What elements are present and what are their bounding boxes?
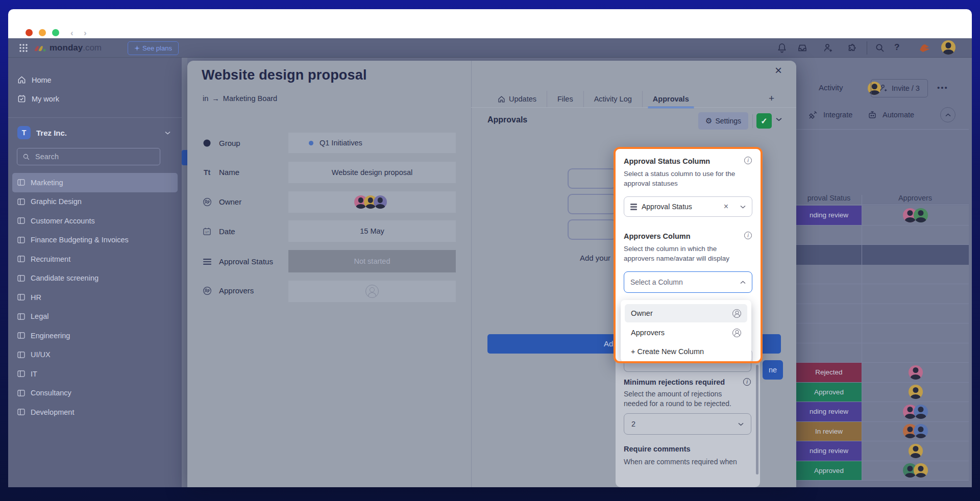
create-new-column-option[interactable]: + Create New Column [625, 343, 747, 360]
back-arrow-icon[interactable]: ‹ [70, 28, 74, 38]
table-row[interactable]: nding review [796, 206, 969, 226]
approvers-cell[interactable] [862, 402, 969, 421]
done-button-fragment[interactable]: ne [763, 360, 783, 380]
approval-status-value[interactable]: Not started [288, 250, 456, 272]
table-row[interactable]: Approved [796, 383, 969, 403]
status-cell[interactable]: nding review [796, 402, 862, 421]
traffic-light-zoom[interactable] [52, 29, 59, 36]
status-cell[interactable]: nding review [796, 441, 862, 461]
forward-arrow-icon[interactable]: › [84, 28, 87, 38]
help-icon[interactable]: ? [894, 42, 899, 53]
table-row[interactable]: nding review [796, 402, 969, 422]
status-cell[interactable] [796, 226, 862, 245]
sidebar-board-item[interactable]: Customer Accounts [12, 211, 178, 231]
status-cell[interactable] [796, 343, 862, 363]
sidebar-board-item[interactable]: Candidate screening [12, 269, 178, 288]
status-cell[interactable]: Rejected [796, 363, 862, 382]
table-row[interactable] [796, 304, 969, 324]
table-row[interactable] [796, 323, 969, 343]
status-cell[interactable]: Approved [796, 461, 862, 481]
status-cell[interactable] [796, 245, 862, 265]
chevron-down-icon[interactable] [740, 205, 746, 209]
status-cell[interactable]: nding review [796, 206, 862, 225]
approvers-cell[interactable] [862, 265, 969, 284]
name-value[interactable]: Website design proposal [288, 162, 456, 183]
automate-button[interactable]: Automate [868, 110, 914, 119]
sidebar-board-item[interactable]: Recruitment [12, 249, 178, 269]
owner-value[interactable] [288, 191, 456, 213]
status-cell[interactable] [796, 304, 862, 323]
dropdown-option[interactable]: Owner [625, 304, 747, 322]
column-header-approvers[interactable]: Approvers [862, 194, 969, 202]
table-row[interactable]: nding review [796, 441, 969, 461]
sidebar-board-item[interactable]: Marketing [12, 173, 178, 192]
info-icon[interactable]: i [744, 232, 752, 239]
table-row[interactable]: Rejected [796, 363, 969, 383]
approvers-cell[interactable] [862, 383, 969, 402]
min-rejections-select[interactable]: 2 [624, 413, 751, 435]
workspace-switcher[interactable]: T Trez Inc. [17, 126, 170, 139]
search-input[interactable] [34, 152, 141, 161]
sidebar-board-item[interactable]: Graphic Design [12, 192, 178, 212]
new-item-button-fragment[interactable] [182, 150, 187, 165]
tab[interactable]: Updates [487, 91, 547, 107]
search-icon[interactable] [875, 43, 885, 53]
approvers-cell[interactable] [862, 245, 969, 265]
chevron-down-icon[interactable] [776, 117, 782, 121]
item-title[interactable]: Website design proposal [202, 67, 367, 83]
invite-button[interactable]: Invite / 3 [871, 79, 928, 97]
approvers-cell[interactable] [862, 284, 969, 304]
approval-checkbox[interactable]: ✓ [756, 113, 772, 129]
settings-button[interactable]: ⚙ Settings [698, 112, 748, 130]
tab[interactable]: Activity Log [583, 91, 642, 107]
sidebar-board-item[interactable]: Consultancy [12, 384, 178, 403]
invite-members-icon[interactable] [823, 43, 833, 53]
clear-icon[interactable]: × [724, 202, 728, 211]
sidebar-board-item[interactable]: Development [12, 403, 178, 422]
monday-logo[interactable]: monday.com [34, 43, 102, 53]
table-row[interactable] [796, 265, 969, 285]
approvers-cell[interactable] [862, 304, 969, 323]
approvers-cell[interactable] [862, 441, 969, 461]
approvers-cell[interactable] [862, 363, 969, 382]
table-row[interactable] [796, 226, 969, 245]
approval-status-select[interactable]: Approval Status × [624, 196, 752, 217]
approvers-cell[interactable] [862, 461, 969, 481]
approvers-value[interactable] [288, 281, 456, 302]
user-avatar[interactable] [941, 40, 955, 55]
status-cell[interactable]: Approved [796, 383, 862, 402]
date-value[interactable]: 15 May [288, 220, 456, 242]
scrollbar-thumb[interactable] [756, 365, 758, 474]
approvers-cell[interactable] [862, 226, 969, 245]
table-row[interactable]: In review [796, 422, 969, 442]
approvers-cell[interactable] [862, 343, 969, 363]
tab[interactable]: Files [547, 91, 583, 107]
table-row[interactable] [796, 343, 969, 363]
info-icon[interactable]: i [744, 157, 752, 164]
sidebar-item-my-work[interactable]: My work [17, 94, 59, 103]
tab[interactable]: Approvals [642, 91, 699, 107]
table-row[interactable] [796, 284, 969, 304]
table-row[interactable]: Approved [796, 461, 969, 481]
status-cell[interactable] [796, 323, 862, 343]
sidebar-board-item[interactable]: Finance Budgeting & Invoices [12, 231, 178, 250]
board-menu-dots[interactable]: ••• [937, 83, 948, 92]
approvers-cell[interactable] [862, 206, 969, 225]
approvers-cell[interactable] [862, 422, 969, 441]
dropdown-option[interactable]: Approvers [625, 323, 747, 342]
group-value[interactable]: Q1 Initiatives [288, 133, 456, 153]
sidebar-board-item[interactable]: IT [12, 364, 178, 384]
table-row[interactable] [796, 245, 969, 265]
notifications-bell-icon[interactable] [777, 43, 787, 53]
close-icon[interactable]: × [775, 64, 782, 77]
sidebar-board-item[interactable]: UI/UX [12, 345, 178, 365]
collapse-header-button[interactable] [940, 107, 955, 122]
inbox-tray-icon[interactable] [797, 43, 807, 53]
see-plans-button[interactable]: See plans [128, 41, 179, 55]
traffic-light-close[interactable] [26, 29, 33, 36]
approvers-cell[interactable] [862, 323, 969, 343]
sidebar-board-item[interactable]: Engineering [12, 326, 178, 345]
integrate-button[interactable]: Integrate [808, 110, 852, 119]
status-cell[interactable] [796, 284, 862, 304]
sidebar-board-item[interactable]: Legal [12, 307, 178, 327]
